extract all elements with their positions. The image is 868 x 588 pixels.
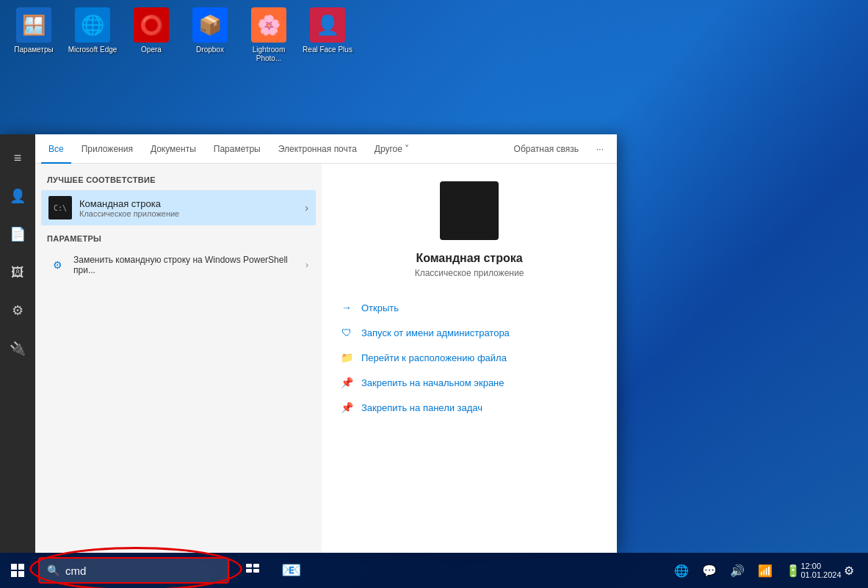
taskbar-network-icon[interactable]: 📶	[752, 557, 778, 584]
taskbar-search-area: 🔍 cmd	[38, 557, 229, 584]
desktop-icon-dropbox-label: Dropbox	[196, 46, 224, 54]
detail-app-icon	[440, 181, 499, 240]
tab-email[interactable]: Электронная почта	[271, 134, 364, 164]
desktop-icon-photos[interactable]: 🌸 Lightroom Photo...	[242, 7, 295, 63]
settings-section-label: Параметры	[41, 231, 316, 249]
location-label: Перейти к расположению файла	[361, 352, 507, 363]
result-arrow-icon: ›	[305, 202, 308, 214]
detail-app-sub: Классическое приложение	[415, 268, 524, 278]
sidebar-icon-docs[interactable]: 📄	[0, 217, 35, 252]
start-button[interactable]	[0, 553, 35, 588]
action-center-icon[interactable]: ⚙	[836, 557, 862, 584]
tab-feedback[interactable]: Обратная связь	[507, 134, 586, 164]
tab-more[interactable]: ···	[589, 134, 611, 164]
desktop-icon-edge-label: Microsoft Edge	[68, 46, 117, 54]
settings-item-arrow-icon: ›	[305, 260, 308, 270]
settings-section: Параметры ⚙ Заменить командную строку на…	[41, 231, 316, 281]
tab-apps[interactable]: Приложения	[74, 134, 140, 164]
detail-action-open[interactable]: → Открыть	[336, 296, 602, 319]
tab-other[interactable]: Другое ˅	[367, 134, 416, 164]
results-content: Лучшее соответствие C:\ Командная строка…	[35, 164, 617, 553]
desktop-icon-dropbox[interactable]: 📦 Dropbox	[184, 7, 236, 63]
detail-action-pin-start[interactable]: 📌 Закрепить на начальном экране	[336, 371, 602, 394]
start-menu: ≡ 👤 📄 🖼 ⚙ 🔌 Все Приложения Документы Пар…	[0, 134, 617, 553]
desktop-icons-area: 🪟 Параметры 🌐 Microsoft Edge ⭕ Opera 📦 D…	[7, 7, 354, 63]
task-view-button[interactable]	[235, 553, 270, 588]
desktop-icon-app6[interactable]: 👤 Real Face Plus	[301, 7, 354, 63]
location-icon: 📁	[339, 352, 354, 363]
svg-rect-0	[246, 564, 252, 567]
search-tabs: Все Приложения Документы Параметры Элект…	[35, 134, 617, 164]
result-detail-panel: Командная строка Классическое приложение…	[322, 164, 617, 553]
result-sub: Классическое приложение	[79, 209, 297, 218]
taskbar-right: 🌐 💬 🔊 📶 🔋 12:0001.01.2024 ⚙	[668, 557, 868, 584]
taskbar-search-wrapper[interactable]: 🔍 cmd	[38, 557, 229, 584]
detail-app-name: Командная строка	[416, 252, 522, 265]
pin-start-label: Закрепить на начальном экране	[361, 377, 504, 388]
windows-start-icon	[11, 564, 24, 577]
settings-item-text: Заменить командную строку на Windows Pow…	[73, 255, 298, 275]
search-input-display: cmd	[65, 565, 86, 577]
pin-taskbar-label: Закрепить на панели задач	[361, 402, 482, 413]
taskbar-clock: 12:0001.01.2024	[808, 557, 834, 584]
desktop-icon-opera-label: Opera	[141, 46, 162, 54]
admin-label: Запуск от имени администратора	[361, 327, 510, 338]
sidebar-icon-user[interactable]: 👤	[0, 178, 35, 214]
sidebar-icon-photos[interactable]: 🖼	[0, 255, 35, 290]
result-item-cmd[interactable]: C:\ Командная строка Классическое прилож…	[41, 190, 316, 225]
result-name: Командная строка	[79, 198, 297, 209]
search-magnifier-icon: 🔍	[47, 565, 59, 576]
start-sidebar: ≡ 👤 📄 🖼 ⚙ 🔌	[0, 134, 35, 553]
svg-rect-3	[253, 569, 259, 573]
pin-taskbar-icon: 📌	[339, 402, 354, 413]
detail-actions: → Открыть 🛡 Запуск от имени администрато…	[336, 296, 602, 419]
settings-item-icon: ⚙	[48, 256, 66, 274]
taskbar-middle: 📧	[235, 553, 308, 588]
desktop-icon-opera[interactable]: ⭕ Opera	[125, 7, 178, 63]
sidebar-icon-power[interactable]: 🔌	[0, 331, 35, 366]
detail-action-admin[interactable]: 🛡 Запуск от имени администратора	[336, 321, 602, 344]
edge-icon: 🌐	[75, 7, 110, 43]
pin-start-icon: 📌	[339, 377, 354, 388]
desktop-icon-windows[interactable]: 🪟 Параметры	[7, 7, 60, 63]
settings-item-powershell[interactable]: ⚙ Заменить командную строку на Windows P…	[41, 249, 316, 281]
desktop: 🪟 Параметры 🌐 Microsoft Edge ⭕ Opera 📦 D…	[0, 0, 868, 588]
desktop-icon-photos-label: Lightroom Photo...	[242, 46, 295, 63]
search-results-panel: Все Приложения Документы Параметры Элект…	[35, 134, 617, 553]
open-label: Открыть	[361, 302, 399, 313]
desktop-icon-app6-label: Real Face Plus	[303, 46, 352, 54]
svg-rect-1	[253, 564, 259, 567]
app6-icon: 👤	[310, 7, 345, 43]
tab-docs[interactable]: Документы	[143, 134, 203, 164]
sidebar-icon-settings[interactable]: ⚙	[0, 293, 35, 328]
results-list: Лучшее соответствие C:\ Командная строка…	[35, 164, 322, 553]
taskbar-chrome-icon[interactable]: 🌐	[668, 557, 695, 584]
detail-action-location[interactable]: 📁 Перейти к расположению файла	[336, 346, 602, 369]
outlook-taskbar-icon[interactable]: 📧	[273, 553, 308, 588]
windows-icon: 🪟	[16, 7, 51, 43]
desktop-icon-edge[interactable]: 🌐 Microsoft Edge	[66, 7, 119, 63]
cmd-icon: C:\	[48, 196, 72, 219]
opera-icon: ⭕	[134, 7, 169, 43]
taskbar-volume-icon[interactable]: 🔊	[724, 557, 751, 584]
sidebar-icon-menu[interactable]: ≡	[0, 140, 35, 175]
admin-icon: 🛡	[339, 327, 354, 338]
result-item-text: Командная строка Классическое приложение	[79, 198, 297, 218]
desktop-icon-label: Параметры	[14, 46, 53, 54]
tab-settings[interactable]: Параметры	[206, 134, 268, 164]
best-result-label: Лучшее соответствие	[41, 173, 316, 190]
open-icon: →	[339, 302, 354, 313]
photos-icon: 🌸	[251, 7, 286, 43]
tab-all[interactable]: Все	[41, 134, 71, 164]
dropbox-icon: 📦	[192, 7, 228, 43]
taskbar-chat-icon[interactable]: 💬	[696, 557, 723, 584]
svg-rect-2	[246, 569, 252, 573]
detail-action-pin-taskbar[interactable]: 📌 Закрепить на панели задач	[336, 396, 602, 419]
taskbar: 🔍 cmd 📧 🌐 💬 🔊 📶 🔋 12:0001.01	[0, 553, 868, 588]
